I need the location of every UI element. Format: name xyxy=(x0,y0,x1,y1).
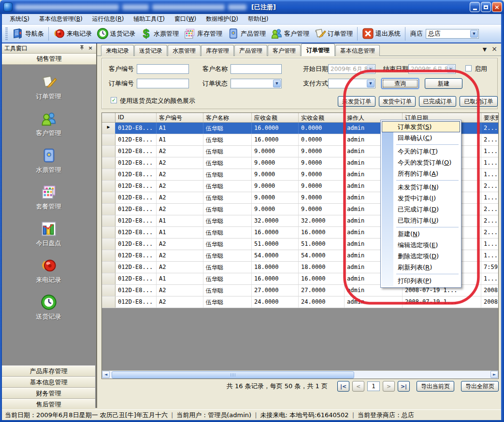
maximize-button[interactable] xyxy=(481,2,491,12)
first-page-button[interactable]: |< xyxy=(337,381,349,392)
status-filter-button[interactable]: 已完成订单 xyxy=(419,96,456,107)
sidebar-section-sales[interactable]: 销售管理 xyxy=(2,54,96,65)
column-header[interactable]: 客户编号 xyxy=(157,113,203,122)
context-menu-item[interactable]: 新建(N) xyxy=(382,228,460,239)
context-menu-item[interactable]: 未发货订单(N) xyxy=(382,182,460,193)
menubar-item[interactable]: 帮助(H) xyxy=(243,14,273,24)
last-page-button[interactable]: >| xyxy=(398,381,410,392)
enable-checkbox[interactable] xyxy=(465,65,472,71)
sidebar-section[interactable]: 基本信息管理 xyxy=(2,377,95,388)
column-header[interactable]: 要求到货日期 xyxy=(481,113,499,122)
shop-select[interactable]: 总店 ▼ xyxy=(426,29,479,39)
order-no-input[interactable] xyxy=(137,79,189,88)
context-menu-item[interactable]: 发货中订单(I) xyxy=(382,193,460,204)
cell-customer_name: 伍华聪 xyxy=(203,239,252,250)
context-menu-item[interactable]: 今天的订单(T) xyxy=(382,146,460,157)
context-menu-item[interactable]: 打印列表(P) xyxy=(382,275,460,286)
column-header[interactable]: 客户名称 xyxy=(203,113,252,122)
context-menu-item[interactable]: 今天的发货订单(O) xyxy=(382,157,460,168)
customer-no-input[interactable] xyxy=(137,64,189,74)
table-row[interactable]: 012D-E8...A2伍华聪24.000024.0000admin2008-0… xyxy=(102,296,499,308)
toolbar-button[interactable]: 来电记录 xyxy=(51,26,94,42)
scroll-left-icon[interactable]: ◄ xyxy=(102,371,110,378)
sidebar-section[interactable]: 售后管理 xyxy=(2,399,95,410)
toolbar-button[interactable]: 订单管理 xyxy=(312,26,355,42)
use-courier-color-checkbox[interactable]: ✓ xyxy=(111,97,117,103)
context-menu-item[interactable]: 删除选定项(D) xyxy=(382,251,460,262)
sidebar-item[interactable]: 今日盘点 xyxy=(2,221,95,257)
tab[interactable]: 订单管理 xyxy=(301,43,335,56)
toolbar-button[interactable]: 送货记录 xyxy=(94,26,138,42)
minimize-button[interactable] xyxy=(470,2,480,12)
order-pen-icon xyxy=(41,74,57,90)
tab-list-dropdown-icon[interactable]: ▼ xyxy=(483,46,487,53)
column-header[interactable]: ID xyxy=(115,113,157,122)
pin-icon[interactable] xyxy=(78,45,85,52)
context-menu-item[interactable]: 所有的订单(A) xyxy=(382,168,460,179)
toolbar-button[interactable]: 导航条 xyxy=(9,26,46,42)
tab[interactable]: 产品管理 xyxy=(234,45,267,56)
sidebar-item[interactable]: 订单管理 xyxy=(2,74,95,111)
tab[interactable]: 送货记录 xyxy=(134,45,167,56)
tab[interactable]: 客户管理 xyxy=(268,45,301,56)
cell-id: 012D-E8... xyxy=(115,181,157,192)
status-filter-button[interactable]: 已取消订单 xyxy=(460,96,498,107)
delivery-clock-icon xyxy=(41,294,57,310)
sidebar-item[interactable]: 客户管理 xyxy=(2,111,95,147)
sidebar-item[interactable]: 套餐管理 xyxy=(2,184,95,221)
export-all-pages-button[interactable]: 导出全部页 xyxy=(461,381,499,392)
query-button[interactable]: 查询 xyxy=(381,78,419,89)
column-header[interactable]: 实收金额 xyxy=(299,113,345,122)
tab[interactable]: 基本信息管理 xyxy=(335,45,380,56)
toolbar-button[interactable]: 退出系统 xyxy=(360,26,403,42)
scroll-right-icon[interactable]: ► xyxy=(490,371,498,378)
order-status-select[interactable]: ▼ xyxy=(230,79,282,88)
context-menu-item[interactable]: 已完成订单(D) xyxy=(382,204,460,215)
cell-customer_no: A2 xyxy=(157,169,203,180)
row-selector-cell xyxy=(102,227,115,238)
tab[interactable]: 来电记录 xyxy=(101,45,134,56)
sidebar-item[interactable]: 送货记录 xyxy=(2,294,95,331)
pay-method-select[interactable]: ▼ xyxy=(328,79,375,88)
menubar-item[interactable]: 窗口(W) xyxy=(170,14,201,24)
tab[interactable]: 水票管理 xyxy=(168,45,201,56)
cell-received: 9.0000 xyxy=(299,146,345,157)
page-number-input[interactable] xyxy=(367,381,380,391)
menubar-item[interactable]: 系统(S) xyxy=(5,14,34,24)
close-icon[interactable]: × xyxy=(87,45,94,52)
close-button[interactable]: × xyxy=(492,2,502,12)
toolbar-button[interactable]: 库存管理 xyxy=(181,26,225,42)
toolbar-button[interactable]: $ 水票管理 xyxy=(138,26,181,42)
menubar-item[interactable]: 数据维护(D) xyxy=(201,14,243,24)
cell-received: 16.0000 xyxy=(299,227,345,238)
context-menu-item[interactable]: 已取消订单(U) xyxy=(382,215,460,226)
cell-id: 012D-E8... xyxy=(115,192,157,203)
cell-customer_no: A2 xyxy=(157,296,203,308)
menubar-item[interactable]: 基本信息管理(B) xyxy=(34,14,87,24)
status-filter-button[interactable]: 未发货订单 xyxy=(338,96,375,107)
context-menu-item[interactable]: 订单发货(S) xyxy=(382,121,460,132)
next-page-button[interactable]: > xyxy=(383,381,395,392)
toolbar-button[interactable]: 产品管理 xyxy=(225,26,268,42)
toolbar-button-label: 产品管理 xyxy=(241,29,266,38)
close-tab-icon[interactable]: × xyxy=(491,46,497,53)
sidebar-section[interactable]: 产品库存管理 xyxy=(2,366,95,377)
column-header[interactable]: 应收金额 xyxy=(252,113,299,122)
menubar-item[interactable]: 辅助工具(T) xyxy=(129,14,170,24)
sidebar-item[interactable]: 来电记录 xyxy=(2,257,95,294)
context-menu-item[interactable]: 回单确认(C) xyxy=(382,132,460,143)
context-menu-item[interactable]: 编辑选定项(E) xyxy=(382,239,460,251)
tab[interactable]: 库存管理 xyxy=(201,45,234,56)
menubar-item[interactable]: 运行信息(R) xyxy=(87,14,129,24)
new-button[interactable]: 新建 xyxy=(425,78,462,89)
sidebar-section[interactable]: 财务管理 xyxy=(2,388,95,399)
customer-name-input[interactable] xyxy=(230,64,282,74)
sidebar-item-label: 订单管理 xyxy=(36,92,61,101)
toolbar-button[interactable]: 客户管理 xyxy=(268,26,312,42)
export-current-page-button[interactable]: 导出当前页 xyxy=(417,381,454,392)
scrollbar-thumb[interactable] xyxy=(112,371,354,379)
status-filter-button[interactable]: 发货中订单 xyxy=(379,96,416,107)
context-menu-item[interactable]: 刷新列表(R) xyxy=(382,262,460,273)
prev-page-button[interactable]: < xyxy=(352,381,364,392)
sidebar-item[interactable]: 水票管理 xyxy=(2,147,95,184)
